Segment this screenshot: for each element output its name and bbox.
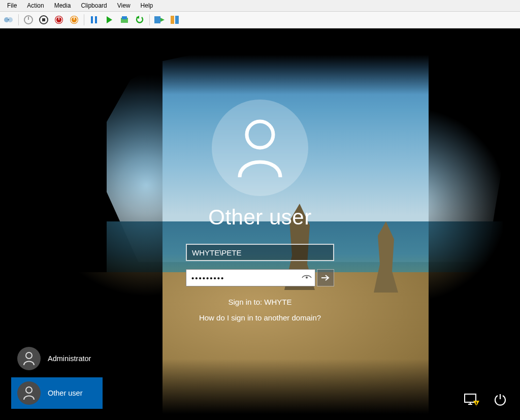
share-icon[interactable] bbox=[168, 13, 181, 26]
menu-help[interactable]: Help bbox=[136, 1, 158, 11]
svg-point-23 bbox=[306, 277, 308, 279]
play-icon[interactable] bbox=[103, 13, 116, 26]
submit-button[interactable] bbox=[317, 269, 334, 286]
svg-marker-14 bbox=[107, 16, 112, 23]
password-input[interactable] bbox=[186, 269, 315, 286]
other-domain-link[interactable]: How do I sign in to another domain? bbox=[199, 313, 321, 322]
eye-icon bbox=[302, 274, 312, 281]
vm-menubar: File Action Media Clipboard View Help bbox=[0, 0, 520, 12]
menu-media[interactable]: Media bbox=[49, 1, 76, 11]
svg-marker-19 bbox=[160, 18, 165, 22]
power-button[interactable] bbox=[492, 392, 509, 409]
menu-view[interactable]: View bbox=[112, 1, 136, 11]
poweroff-grey-icon[interactable] bbox=[22, 13, 35, 26]
menu-file[interactable]: File bbox=[2, 1, 22, 11]
user-icon bbox=[22, 386, 36, 400]
user-tile-administrator[interactable]: Administrator bbox=[11, 343, 103, 374]
svg-point-32 bbox=[476, 405, 477, 406]
user-tile-label: Administrator bbox=[48, 354, 91, 363]
svg-rect-21 bbox=[175, 16, 179, 24]
avatar-small bbox=[17, 347, 41, 370]
stop-icon[interactable] bbox=[37, 13, 50, 26]
svg-point-25 bbox=[26, 352, 32, 359]
password-wrap bbox=[186, 269, 334, 286]
login-utility-icons bbox=[463, 392, 509, 409]
user-icon bbox=[22, 351, 36, 366]
avatar-large bbox=[212, 100, 308, 196]
shutdown-red-icon[interactable] bbox=[52, 13, 66, 26]
login-panel: Other user Sign in to: WHYTE How do I si… bbox=[169, 100, 351, 322]
svg-rect-5 bbox=[42, 18, 45, 21]
svg-rect-18 bbox=[154, 16, 160, 23]
pause-icon[interactable] bbox=[87, 13, 101, 26]
ease-of-access-icon bbox=[464, 394, 479, 407]
connect-icon[interactable] bbox=[2, 13, 15, 26]
toolbar-separator bbox=[149, 14, 150, 25]
user-switcher: Administrator Other user bbox=[11, 343, 103, 409]
signin-to-label: Sign in to: WHYTE bbox=[228, 298, 291, 306]
svg-rect-16 bbox=[122, 16, 127, 19]
arrow-right-icon bbox=[321, 274, 330, 281]
username-input[interactable] bbox=[186, 244, 334, 261]
user-tile-label: Other user bbox=[48, 389, 83, 397]
ease-of-access-button[interactable] bbox=[463, 392, 480, 409]
username-wrap bbox=[186, 244, 334, 261]
revert-icon[interactable] bbox=[133, 13, 146, 26]
svg-rect-12 bbox=[91, 16, 93, 23]
toolbar-separator bbox=[84, 14, 84, 25]
svg-rect-13 bbox=[95, 16, 97, 23]
checkpoint-icon[interactable] bbox=[118, 13, 131, 26]
vm-toolbar bbox=[0, 12, 520, 28]
user-icon bbox=[232, 117, 288, 178]
avatar-small bbox=[17, 381, 41, 405]
svg-point-26 bbox=[26, 387, 32, 393]
menu-clipboard[interactable]: Clipboard bbox=[76, 1, 112, 11]
enhanced-session-icon[interactable] bbox=[153, 13, 166, 26]
toolbar-separator bbox=[18, 14, 19, 25]
svg-rect-20 bbox=[171, 16, 174, 24]
vm-display: Other user Sign in to: WHYTE How do I si… bbox=[0, 28, 520, 420]
svg-point-22 bbox=[247, 121, 273, 148]
power-icon bbox=[493, 393, 507, 407]
restart-orange-icon[interactable] bbox=[68, 13, 81, 26]
user-tile-other-user[interactable]: Other user bbox=[11, 377, 103, 409]
menu-action[interactable]: Action bbox=[22, 1, 49, 11]
login-title: Other user bbox=[208, 205, 311, 230]
reveal-password-button[interactable] bbox=[298, 269, 315, 286]
